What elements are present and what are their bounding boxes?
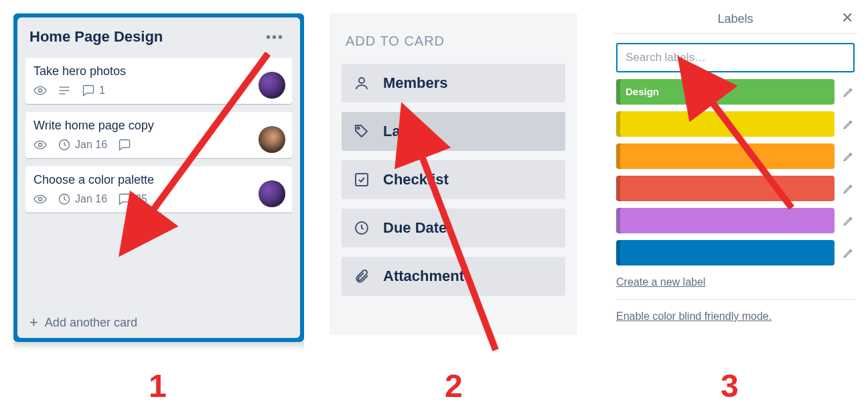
label-row [616, 111, 855, 137]
popover-title: Labels [717, 12, 753, 25]
card[interactable]: Take hero photos 1 [25, 58, 292, 104]
add-to-card-heading: ADD TO CARD [346, 34, 565, 49]
menu-label: Labels [383, 123, 430, 140]
step-number: 2 [445, 367, 463, 404]
labels-button[interactable]: Labels [342, 112, 565, 151]
pencil-icon[interactable] [843, 150, 855, 162]
paperclip-icon [354, 268, 370, 284]
decorative-shadow [13, 342, 304, 350]
popover-header: Labels ✕ [613, 8, 857, 34]
member-avatar[interactable] [259, 126, 285, 153]
watch-icon [33, 84, 47, 97]
watch-icon [33, 138, 47, 152]
svg-point-6 [39, 198, 42, 201]
due-date-text: Jan 16 [75, 139, 107, 151]
add-card-button[interactable]: + Add another card [23, 307, 295, 333]
watch-icon [33, 192, 47, 206]
add-card-label: Add another card [45, 316, 137, 330]
card-badges: Jan 16 25 [33, 192, 284, 206]
pencil-icon[interactable] [843, 118, 855, 130]
label-row: Design [616, 79, 855, 105]
label-row [616, 240, 855, 266]
card-badges: Jan 16 [33, 138, 284, 152]
label-swatch[interactable] [616, 111, 835, 137]
svg-point-9 [358, 127, 360, 129]
add-to-card-panel: ADD TO CARD Members Labels Checklist Due… [330, 13, 577, 335]
menu-label: Checklist [383, 171, 449, 188]
pencil-icon[interactable] [843, 86, 855, 98]
svg-point-4 [39, 143, 42, 147]
attachment-button[interactable]: Attachment [342, 257, 565, 296]
search-labels-input[interactable] [616, 43, 855, 72]
pencil-icon[interactable] [843, 215, 855, 227]
label-row [616, 208, 855, 233]
card[interactable]: Choose a color palette Jan 16 25 [25, 166, 292, 213]
comments-count: 25 [135, 193, 147, 205]
checklist-button[interactable]: Checklist [342, 160, 565, 199]
comments-badge: 1 [82, 84, 105, 97]
due-date-badge: Jan 16 [58, 192, 107, 206]
menu-label: Members [383, 74, 448, 92]
svg-rect-10 [356, 174, 368, 186]
close-icon[interactable]: ✕ [841, 9, 853, 27]
card-title: Write home page copy [33, 119, 284, 133]
person-icon [354, 75, 370, 91]
color-blind-mode-link[interactable]: Enable color blind friendly mode. [616, 310, 855, 323]
label-swatch[interactable] [616, 143, 835, 169]
pencil-icon[interactable] [843, 182, 855, 194]
pencil-icon[interactable] [843, 247, 855, 259]
due-date-badge: Jan 16 [58, 138, 107, 152]
step-number: 3 [721, 367, 739, 404]
label-swatch[interactable] [616, 176, 835, 201]
clock-icon [354, 220, 370, 236]
card-title: Choose a color palette [33, 173, 284, 187]
plus-icon: + [29, 315, 38, 330]
labels-popover: Labels ✕ Design Create a new label Enabl… [613, 8, 857, 333]
list-title[interactable]: Home Page Design [29, 28, 163, 46]
step-number: 1 [149, 367, 167, 404]
comments-badge: 25 [118, 192, 147, 206]
member-avatar[interactable] [259, 180, 285, 207]
separator [616, 299, 855, 300]
comments-count: 1 [99, 84, 105, 97]
due-date-text: Jan 16 [75, 193, 107, 205]
trello-list: Home Page Design ••• Take hero photos 1 [17, 17, 300, 338]
trello-list-frame: Home Page Design ••• Take hero photos 1 [13, 13, 304, 342]
comments-badge [118, 138, 131, 152]
card-badges: 1 [33, 84, 284, 97]
label-row [616, 176, 855, 201]
description-icon [58, 84, 71, 97]
list-header: Home Page Design ••• [23, 23, 295, 54]
menu-label: Attachment [383, 268, 464, 285]
member-avatar[interactable] [259, 72, 285, 99]
members-button[interactable]: Members [342, 64, 565, 103]
svg-point-8 [359, 78, 364, 83]
card[interactable]: Write home page copy Jan 16 [25, 112, 292, 158]
checklist-icon [354, 172, 370, 188]
menu-label: Due Date [383, 219, 447, 237]
svg-point-0 [39, 89, 42, 93]
list-menu-button[interactable]: ••• [262, 30, 288, 45]
label-swatch[interactable] [616, 208, 835, 233]
label-swatch[interactable] [616, 240, 835, 266]
card-title: Take hero photos [33, 64, 284, 78]
due-date-button[interactable]: Due Date [342, 209, 565, 247]
label-row [616, 143, 855, 169]
create-label-link[interactable]: Create a new label [616, 276, 855, 288]
label-swatch[interactable]: Design [616, 79, 835, 105]
tag-icon [354, 123, 370, 139]
